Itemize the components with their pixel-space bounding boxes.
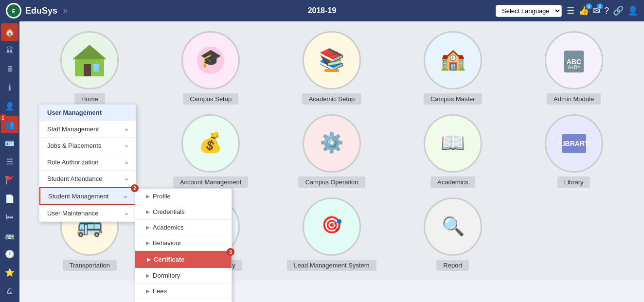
module-campus-operation-label: Campus Operation — [298, 177, 365, 188]
thumb-icon[interactable]: 👍0 — [578, 5, 589, 16]
svg-text:📖: 📖 — [441, 131, 465, 154]
svg-text:💰: 💰 — [198, 131, 223, 154]
top-header: E EduSys » 2018-19 Select Language ☰ 👍0 … — [0, 0, 644, 21]
module-report-label: Report — [436, 260, 469, 271]
sidebar-flag[interactable]: 🚩 — [1, 171, 18, 189]
dropdown-overlay: User Management Staff Management » Jobs … — [39, 21, 136, 222]
menu-item-student-management[interactable]: Student Management » 2 ▶ Profile ▶ Crede… — [39, 187, 136, 205]
menu-item-student-attendance[interactable]: Student Attendance » — [39, 171, 136, 187]
module-academics-label: Academics — [430, 177, 475, 188]
module-campus-master-label: Campus Master — [424, 93, 482, 105]
submenu-profile[interactable]: ▶ Profile — [135, 189, 232, 204]
user-avatar-icon[interactable]: 👤 — [627, 5, 638, 16]
sidebar-info[interactable]: ℹ — [1, 79, 18, 96]
arrow-icon: ▶ — [146, 240, 150, 246]
logo-text: EduSys — [25, 6, 57, 16]
svg-text:🔍: 🔍 — [441, 215, 465, 237]
module-transportation-label: Transportation — [63, 260, 117, 271]
menu-item-user-management[interactable]: User Management — [39, 105, 136, 121]
menu-item-role-authorization[interactable]: Role Authorization » — [39, 154, 136, 171]
submenu-credentials[interactable]: ▶ Credentials — [135, 204, 232, 220]
sidebar-history[interactable]: 🕐 — [1, 245, 18, 263]
svg-text:A+B=: A+B= — [568, 65, 580, 70]
module-lead-management-label: Lead Management System — [287, 260, 376, 271]
sidebar-bed[interactable]: 🛏 — [1, 208, 18, 226]
chevron-icon: » — [125, 126, 128, 132]
module-report[interactable]: 🔍 Report — [397, 197, 508, 271]
header-icons: ☰ 👍0 ✉0 ? 🔗 👤 — [567, 5, 638, 16]
logo-img: E — [6, 3, 21, 18]
submenu-dormitory[interactable]: ▶ Dormitory — [135, 268, 232, 284]
sidebar-doc[interactable]: 📄 — [1, 190, 18, 207]
sidebar-user[interactable]: 👤 — [1, 97, 18, 115]
svg-text:YEAR: YEAR — [325, 51, 338, 56]
left-sidebar: 🏠 🏛 🖥 ℹ 👤 👥 1 🪪 ☰ 🚩 📄 🛏 🚌 🕐 ⭐ 🖨 — [0, 21, 19, 302]
submenu-behaviour[interactable]: ▶ Behaviour — [135, 235, 232, 251]
module-account[interactable]: 💰 Account Management — [155, 114, 267, 188]
main-layout: 🏠 🏛 🖥 ℹ 👤 👥 1 🪪 ☰ 🚩 📄 🛏 🚌 🕐 ⭐ 🖨 User Man… — [0, 21, 644, 302]
sidebar-users[interactable]: 👥 1 — [1, 116, 18, 133]
svg-text:E: E — [12, 9, 16, 14]
module-campus-setup-label: Campus Setup — [183, 93, 238, 105]
arrow-icon: ▶ — [147, 257, 151, 262]
chevron-icon: » — [125, 176, 128, 182]
sidebar-id[interactable]: 🪪 — [1, 134, 18, 152]
sidebar-bus[interactable]: 🚌 — [1, 227, 18, 244]
chevron-icon: » — [125, 143, 128, 149]
submenu: ▶ Profile ▶ Credentials ▶ Academics ▶ — [135, 188, 232, 302]
sidebar-print[interactable]: 🖨 — [1, 282, 18, 300]
chevron-icon: » — [125, 211, 128, 216]
arrow-icon: ▶ — [146, 288, 150, 294]
menu-item-staff-management[interactable]: Staff Management » — [39, 121, 136, 138]
module-campus-master[interactable]: 🏫 Campus Master — [397, 31, 508, 105]
link-icon[interactable]: 🔗 — [613, 5, 624, 16]
submenu-academics[interactable]: ▶ Academics — [135, 220, 232, 235]
chevron-icon: » — [124, 194, 127, 199]
submenu-certificate[interactable]: ▶ Certificate 3 — [135, 251, 232, 268]
list-icon[interactable]: ☰ — [567, 5, 574, 16]
sidebar-menu[interactable]: ☰ — [1, 153, 18, 170]
svg-text:🎯: 🎯 — [322, 215, 342, 235]
svg-text:LIBRARY: LIBRARY — [559, 140, 589, 147]
arrow-icon: ▶ — [146, 209, 150, 214]
module-account-label: Account Management — [173, 177, 248, 188]
submenu-medical[interactable]: ▶ Medical — [135, 299, 232, 302]
module-academic-setup-label: Academic Setup — [302, 93, 362, 105]
arrow-icon: ▶ — [146, 225, 150, 230]
sidebar-home[interactable]: 🏠 — [1, 23, 18, 41]
svg-rect-9 — [324, 69, 339, 72]
svg-text:🎓: 🎓 — [200, 48, 222, 69]
mail-icon[interactable]: ✉0 — [593, 5, 600, 16]
svg-text:🏫: 🏫 — [440, 47, 466, 71]
module-campus-setup[interactable]: 🎓 Campus Setup — [155, 31, 267, 105]
module-admin-label: Admin Module — [547, 93, 601, 105]
module-library[interactable]: LIBRARY Library — [518, 114, 629, 188]
arrow-icon: ▶ — [146, 273, 150, 278]
module-academics[interactable]: 📖 Academics — [397, 114, 508, 188]
chevron-icon: » — [125, 160, 128, 165]
menu-item-user-maintenance[interactable]: User Maintenance » — [39, 205, 136, 222]
sidebar-monitor[interactable]: 🖥 — [1, 60, 18, 78]
module-lead-management[interactable]: 🎯 Lead Management System — [276, 197, 388, 271]
header-right: Select Language ☰ 👍0 ✉0 ? 🔗 👤 — [496, 5, 638, 17]
sidebar-star[interactable]: ⭐ — [1, 264, 18, 281]
language-select[interactable]: Select Language — [496, 5, 562, 17]
expand-icon[interactable]: » — [63, 6, 68, 15]
module-academic-setup[interactable]: 📚 YEAR Academic Setup — [276, 31, 388, 105]
sidebar-bank[interactable]: 🏛 — [1, 42, 18, 59]
help-icon[interactable]: ? — [604, 6, 609, 16]
menu-item-jobs-placements[interactable]: Jobs & Placements » — [39, 138, 136, 154]
module-campus-operation[interactable]: ⚙️ Campus Operation — [276, 114, 388, 188]
svg-text:⚙️: ⚙️ — [320, 131, 344, 154]
submenu-fees[interactable]: ▶ Fees — [135, 284, 232, 299]
dropdown-menu: User Management Staff Management » Jobs … — [39, 104, 136, 222]
module-library-label: Library — [557, 177, 590, 188]
arrow-icon: ▶ — [146, 194, 150, 199]
header-year: 2018-19 — [308, 6, 337, 15]
module-admin[interactable]: ABC A+B= Admin Module — [518, 31, 629, 105]
logo: E EduSys — [6, 3, 57, 18]
